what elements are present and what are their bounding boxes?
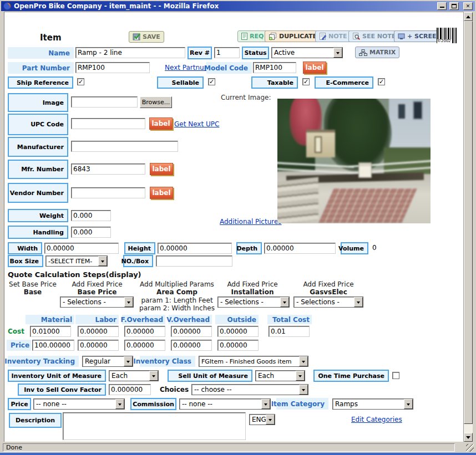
quote-step3-name: Area Comp (138, 288, 216, 296)
description-textarea[interactable] (63, 412, 246, 440)
one-time-purchase-checkbox[interactable] (392, 372, 399, 379)
page-title: Item (40, 33, 62, 43)
quote-step2-select[interactable]: - Selections - (60, 296, 134, 308)
sell-uom-select[interactable]: Each (255, 370, 305, 381)
cost-f-overhead-input[interactable] (124, 326, 165, 337)
status-select[interactable]: Active (271, 47, 343, 58)
description-lang-select[interactable]: ENG (249, 414, 275, 425)
handling-input[interactable] (71, 227, 111, 238)
chevron-down-icon (266, 415, 275, 425)
req-icon (241, 33, 247, 40)
quote-step3-param1: param 1: Length Feet (138, 296, 216, 304)
cost-material-input[interactable] (30, 326, 71, 337)
edit-categories-link[interactable]: Edit Categories (351, 416, 402, 423)
upc-label-button[interactable]: label (149, 117, 173, 130)
no-box-input[interactable] (156, 255, 232, 267)
vendor-label-button[interactable]: label (150, 187, 173, 199)
save-icon (133, 33, 140, 40)
width-input[interactable] (44, 243, 119, 254)
cost-labor-input[interactable] (78, 326, 119, 337)
inv-sell-conv-input[interactable] (109, 384, 151, 395)
total-cost-input[interactable] (269, 326, 310, 337)
ecommerce-checkbox[interactable]: ✓ (378, 78, 385, 85)
chevron-down-icon (354, 297, 363, 307)
model-code-label: Model Code (206, 62, 252, 74)
name-input[interactable] (75, 47, 185, 58)
mfr-label-button[interactable]: label (150, 163, 173, 175)
price-v-overhead-input[interactable] (171, 340, 212, 351)
header-material: Material (26, 315, 74, 324)
depth-input[interactable] (264, 243, 336, 254)
note-button[interactable]: NOTE (315, 30, 351, 42)
browser-window: OpenPro Bike Company - item_maint - - Mo… (0, 0, 476, 455)
price-labor-input[interactable] (78, 340, 119, 351)
item-category-label: Item Category (276, 398, 328, 410)
vendor-number-input[interactable] (71, 187, 145, 198)
close-button[interactable]: ✕ (463, 2, 473, 10)
status-value: Active (272, 49, 333, 57)
model-code-input[interactable] (253, 62, 296, 73)
scroll-down-button[interactable] (464, 433, 473, 442)
arrow-up-icon (466, 13, 470, 18)
box-size-select[interactable]: -SELECT ITEM- (45, 255, 108, 267)
browse-button[interactable]: Browse... (140, 96, 172, 108)
item-category-select[interactable]: Ramps (332, 398, 413, 410)
price-schedule-label: Price (8, 398, 31, 410)
quote-step4-select[interactable]: - Selections - (217, 296, 290, 308)
height-input[interactable] (158, 243, 232, 254)
quote-step4-type: Add Fixed Price (214, 280, 291, 288)
inventory-uom-select[interactable]: Each (109, 370, 159, 381)
photo-window (413, 101, 423, 120)
vertical-scrollbar[interactable] (464, 12, 473, 442)
photo-booth-door (315, 136, 322, 153)
status-label: Status (242, 47, 269, 59)
volume-label: Volume (341, 242, 368, 254)
get-next-upc-link[interactable]: Get Next UPC (174, 120, 219, 128)
save-button[interactable]: SAVE (129, 31, 164, 43)
barcode-year: ©2002 (437, 39, 451, 43)
commission-select[interactable]: -- none -- (179, 398, 271, 410)
model-label-button[interactable]: label (303, 62, 326, 74)
cost-outside-input[interactable] (217, 326, 259, 337)
weight-input[interactable] (71, 210, 111, 221)
req-button[interactable]: REQ (237, 30, 267, 42)
matrix-label: MATRIX (369, 49, 396, 56)
taxable-checkbox[interactable]: ✓ (302, 78, 310, 85)
see-note-button[interactable]: SEE NOTE (348, 30, 399, 42)
mfr-number-input[interactable] (71, 163, 145, 175)
status-bar: Done (1, 442, 475, 453)
price-schedule-select[interactable]: -- none -- (33, 398, 125, 410)
maximize-button[interactable] (449, 2, 459, 10)
photo-sign (358, 162, 372, 178)
rev-input[interactable] (214, 47, 240, 58)
additional-pictures-link[interactable]: Additional Pictures (220, 218, 282, 226)
duplicate-button[interactable]: DUPLICATE (265, 30, 321, 42)
next-partnum-link[interactable]: Next Partnum (165, 64, 210, 71)
choices-select[interactable]: -- choose -- (191, 384, 308, 395)
height-label: Height (124, 242, 155, 254)
scroll-up-button[interactable] (464, 12, 473, 21)
cost-v-overhead-input[interactable] (171, 326, 212, 337)
minimize-button[interactable] (437, 2, 447, 10)
ship-reference-checkbox[interactable]: ✓ (77, 78, 84, 85)
see-note-icon (352, 33, 360, 40)
handling-label: Handling (8, 226, 68, 239)
sellable-checkbox[interactable]: ✓ (208, 78, 215, 85)
resize-grip-icon[interactable] (466, 444, 474, 452)
matrix-button[interactable]: MATRIX (355, 47, 399, 58)
quote-step5-select[interactable]: - Selections - (293, 296, 363, 308)
inventory-tracking-select[interactable]: Regular (82, 356, 133, 367)
inventory-uom-label: Inventory Unit of Measure (8, 370, 106, 382)
price-outside-input[interactable] (217, 340, 259, 351)
image-input[interactable] (71, 96, 138, 108)
price-material-input[interactable] (32, 340, 74, 351)
upc-code-input[interactable] (71, 118, 145, 129)
inventory-class-select[interactable]: FGItem - Finished Goods item (199, 356, 308, 367)
part-number-input[interactable] (75, 62, 150, 73)
price-f-overhead-input[interactable] (124, 340, 165, 351)
inventory-tracking-value: Regular (83, 357, 124, 365)
inventory-tracking-label: Inventory Tracking (8, 356, 79, 367)
manufacturer-input[interactable] (71, 141, 178, 152)
no-box-label: NO./Box (123, 255, 153, 267)
scrollbar-thumb[interactable] (464, 21, 473, 424)
